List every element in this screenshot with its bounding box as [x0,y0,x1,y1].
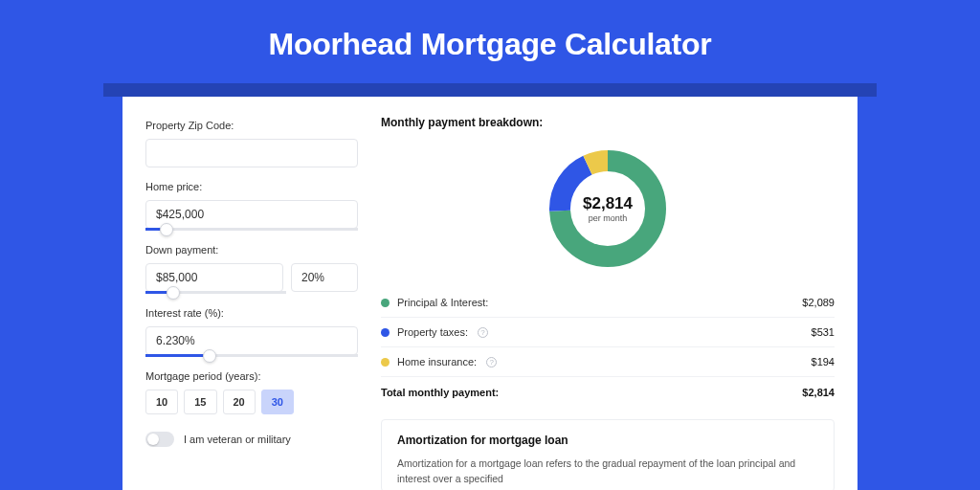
donut-amount: $2,814 [583,194,633,213]
inputs-panel: Property Zip Code: Home price: Down paym… [122,97,381,490]
period-option-10[interactable]: 10 [145,390,178,414]
down-payment-slider[interactable] [145,291,286,294]
zip-label: Property Zip Code: [145,120,358,131]
interest-rate-slider-thumb[interactable] [203,349,216,363]
veteran-toggle-knob [147,434,159,445]
legend-label-principal: Principal & Interest: [397,297,488,308]
period-label: Mortgage period (years): [145,370,358,382]
legend-row-taxes: Property taxes: ? $531 [381,318,835,347]
header-shadow [103,83,877,97]
legend-value-principal: $2,089 [802,297,835,308]
legend-total-value: $2,814 [802,387,835,398]
legend-dot-blue [381,328,390,337]
amortization-text: Amortization for a mortgage loan refers … [397,457,818,487]
donut-center: $2,814 per month [546,146,670,271]
page-title: Moorhead Mortgage Calculator [0,0,980,83]
donut-chart-wrap: $2,814 per month [381,139,835,288]
interest-rate-slider[interactable] [145,354,358,357]
period-field-group: Mortgage period (years): 10 15 20 30 [145,370,358,414]
legend-dot-green [381,299,390,307]
legend-row-insurance: Home insurance: ? $194 [381,347,835,377]
zip-input[interactable] [145,139,358,167]
info-icon[interactable]: ? [486,357,497,368]
period-option-20[interactable]: 20 [223,390,256,414]
period-option-30[interactable]: 30 [261,390,294,414]
down-payment-field-group: Down payment: [145,244,358,294]
donut-chart: $2,814 per month [546,146,670,271]
veteran-toggle[interactable] [145,432,174,447]
home-price-slider-thumb[interactable] [160,223,173,236]
legend-value-taxes: $531 [812,326,835,338]
calculator-card: Property Zip Code: Home price: Down paym… [122,97,858,490]
donut-sub: per month [589,213,628,223]
down-payment-amount-input[interactable] [145,263,283,292]
legend-total-label: Total monthly payment: [381,387,499,398]
legend-value-insurance: $194 [812,356,835,368]
zip-field-group: Property Zip Code: [145,120,358,167]
interest-rate-field-group: Interest rate (%): [145,307,358,357]
down-payment-label: Down payment: [145,244,358,256]
breakdown-title: Monthly payment breakdown: [381,116,835,129]
legend-label-taxes: Property taxes: [397,326,468,338]
legend: Principal & Interest: $2,089 Property ta… [381,288,835,408]
veteran-toggle-row: I am veteran or military [145,432,358,447]
results-panel: Monthly payment breakdown: $2,814 per mo… [381,97,858,490]
down-payment-slider-thumb[interactable] [167,286,180,300]
home-price-input[interactable] [145,200,358,229]
interest-rate-slider-fill [145,354,210,357]
legend-dot-yellow [381,358,390,367]
legend-total-row: Total monthly payment: $2,814 [381,377,835,408]
interest-rate-input[interactable] [145,326,358,355]
amortization-title: Amortization for mortgage loan [397,434,818,447]
info-icon[interactable]: ? [478,327,488,338]
veteran-label: I am veteran or military [184,434,291,445]
legend-row-principal: Principal & Interest: $2,089 [381,288,835,318]
home-price-slider[interactable] [145,228,358,231]
home-price-label: Home price: [145,181,358,192]
down-payment-pct-input[interactable] [291,263,358,292]
interest-rate-label: Interest rate (%): [145,307,358,319]
amortization-box: Amortization for mortgage loan Amortizat… [381,419,835,490]
home-price-field-group: Home price: [145,181,358,231]
period-options: 10 15 20 30 [145,390,358,414]
period-option-15[interactable]: 15 [184,390,216,414]
legend-label-insurance: Home insurance: [397,356,477,368]
